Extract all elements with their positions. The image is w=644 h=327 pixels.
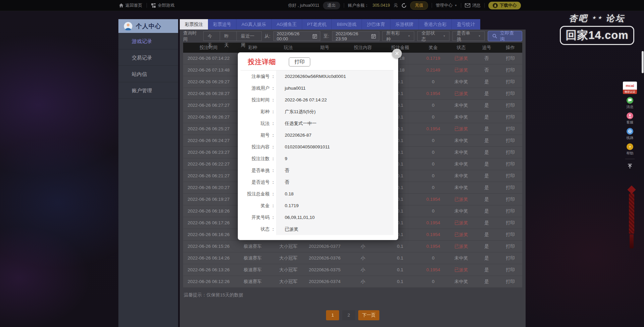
tab-5[interactable]: PT老虎机: [302, 19, 332, 30]
search-button[interactable]: 立即查询: [488, 31, 522, 41]
tab-9[interactable]: 香港六合彩: [419, 19, 452, 30]
cell-issue: 20220626-0376: [305, 252, 344, 264]
cell-status: 已派奖: [448, 123, 475, 135]
admin-center-menu[interactable]: 管理中心 ▼: [436, 3, 457, 8]
cell-chase: 是: [475, 76, 498, 88]
sidebar-item-1[interactable]: 游戏记录: [118, 33, 178, 49]
print-link[interactable]: 打印: [498, 241, 522, 252]
tab-4[interactable]: AG捕鱼王: [272, 19, 302, 30]
cell-time: 2022-06-26 07:14:22: [183, 53, 234, 64]
print-link[interactable]: 打印: [498, 194, 522, 205]
page-button-2[interactable]: 2: [342, 310, 355, 320]
user-avatar-icon: [124, 22, 132, 31]
print-link[interactable]: 打印: [498, 76, 522, 88]
modal-field-label: 游戏用户 ：: [240, 82, 275, 94]
page-button-1[interactable]: 1: [326, 310, 339, 320]
modal-field-label: 奖金 ：: [240, 200, 275, 212]
print-link[interactable]: 打印: [498, 100, 522, 111]
tab-6[interactable]: BBIN游戏: [332, 19, 362, 30]
tab-2[interactable]: 彩票追号: [208, 19, 236, 30]
cell-prize: 0.1954: [419, 264, 448, 276]
calendar-icon: [313, 34, 317, 39]
column-header-10: 操作: [498, 43, 522, 53]
cell-status: 未中奖: [448, 205, 475, 217]
download-center-button[interactable]: 下载中心: [488, 2, 521, 9]
cell-time: 2022-06-26 06:12:26: [183, 276, 234, 287]
modal-field-value: 202206260w56RM0Uc0d0001: [276, 71, 393, 82]
cell-status: 未中奖: [448, 100, 475, 111]
back-to-top-button[interactable]: [625, 162, 635, 170]
cell-content: 小: [344, 252, 381, 264]
divider: [625, 159, 635, 159]
print-link[interactable]: 打印: [498, 123, 522, 135]
print-link[interactable]: 打印: [498, 276, 522, 287]
print-link[interactable]: 打印: [498, 205, 522, 217]
print-link[interactable]: 打印: [498, 264, 522, 276]
tab-7[interactable]: 沙巴体育: [362, 19, 390, 30]
date-from-input[interactable]: 2022/06/26 00:00: [273, 31, 320, 41]
sidebar-item-2[interactable]: 交易记录: [118, 49, 178, 66]
close-icon[interactable]: ✕: [392, 49, 402, 58]
cell-time: 2022-06-26 06:19:27: [183, 194, 234, 205]
quick-date-button-1[interactable]: 今天: [203, 31, 220, 41]
filter-select-2[interactable]: 全部状态▼: [417, 31, 449, 41]
envelope-icon: [465, 3, 470, 7]
rail-item-3[interactable]: 线路: [627, 128, 634, 140]
messages-link[interactable]: 消息: [465, 3, 481, 8]
rail-item-1[interactable]: 消息: [627, 97, 634, 109]
modal-field-label: 投注时间 ：: [240, 94, 275, 106]
print-link[interactable]: 打印: [498, 64, 522, 76]
modal-field-value: 否: [276, 165, 393, 176]
quick-date-button-3[interactable]: 最近一周: [237, 31, 262, 41]
filter-select-value: 所有彩种: [386, 30, 402, 42]
next-page-button[interactable]: 下一页: [358, 310, 379, 320]
print-link[interactable]: 打印: [498, 135, 522, 146]
sidebar-menu: 游戏记录交易记录站内信账户管理: [118, 33, 178, 99]
filter-select-value: 是否单挑: [457, 30, 473, 42]
cell-prize: 0: [419, 170, 448, 182]
rail-item-4[interactable]: ?帮助: [627, 143, 634, 156]
print-link[interactable]: 打印: [498, 217, 522, 229]
modal-field-value: 2022-06-26 07:14:22: [276, 94, 393, 106]
tab-3[interactable]: AG真人娱乐: [236, 19, 272, 30]
sidebar-item-4[interactable]: 账户管理: [118, 82, 178, 99]
query-time-label: 查询时间: [183, 30, 200, 42]
scrollbar-thumb[interactable]: [642, 51, 644, 73]
tab-10[interactable]: 盈亏统计: [452, 19, 480, 30]
cell-status: 已派奖: [448, 217, 475, 229]
cell-prize: 0.2149: [419, 64, 448, 76]
print-button[interactable]: 打印: [289, 57, 310, 66]
sidebar-item-3[interactable]: 站内信: [118, 66, 178, 82]
quick-date-button-2[interactable]: 昨天: [220, 31, 236, 41]
print-link[interactable]: 打印: [498, 111, 522, 123]
certification-badge[interactable]: mcai 微彩认证: [623, 82, 637, 94]
refresh-icon[interactable]: [401, 3, 407, 8]
print-link[interactable]: 打印: [498, 53, 522, 64]
cell-play: 大小冠军: [271, 241, 305, 252]
filter-select-3[interactable]: 是否单挑▼: [452, 31, 485, 41]
cell-chase: 是: [475, 182, 498, 193]
recharge-button[interactable]: 充值: [410, 1, 428, 10]
cell-play: 大小冠军: [271, 276, 305, 287]
bet-detail-modal: ✕ 投注详细 打印 注单编号 ：202206260w56RM0Uc0d0001游…: [238, 52, 398, 240]
all-games-link[interactable]: 全部游戏: [151, 3, 174, 8]
print-link[interactable]: 打印: [498, 252, 522, 264]
rail-item-2[interactable]: 客服: [627, 112, 634, 125]
print-link[interactable]: 打印: [498, 158, 522, 170]
sidebar-title: 个人中心: [136, 22, 161, 30]
print-link[interactable]: 打印: [498, 88, 522, 99]
home-link[interactable]: 返回首页: [119, 3, 142, 8]
print-link[interactable]: 打印: [498, 170, 522, 182]
print-link[interactable]: 打印: [498, 229, 522, 240]
cell-play: 大小冠军: [271, 252, 305, 264]
cell-prize: 0.1954: [419, 194, 448, 205]
modal-field-value: 广东11选5(5分): [276, 106, 393, 118]
filter-select-1[interactable]: 所有彩种▼: [382, 31, 415, 41]
cell-chase: 是: [475, 123, 498, 135]
print-link[interactable]: 打印: [498, 182, 522, 193]
tab-8[interactable]: 乐游棋牌: [390, 19, 419, 30]
date-to-input[interactable]: 2022/06/26 23:59: [332, 31, 379, 41]
tab-1[interactable]: 彩票投注: [180, 19, 208, 30]
logout-button[interactable]: 退出: [323, 2, 340, 9]
print-link[interactable]: 打印: [498, 147, 522, 158]
